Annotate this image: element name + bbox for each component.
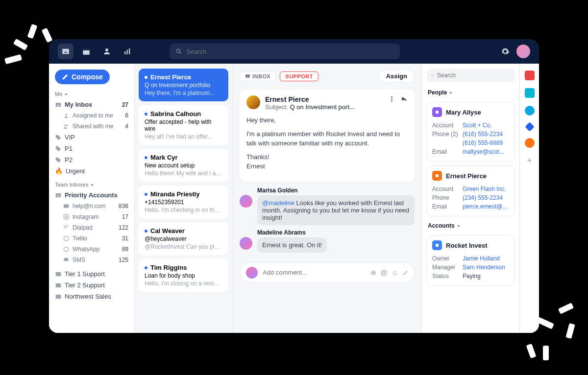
detail-value[interactable]: (234) 555-2234 <box>463 194 509 201</box>
composer-input[interactable] <box>263 269 366 276</box>
nav-contacts-icon[interactable] <box>99 44 115 59</box>
comment-item: Marisa Golden @madeline Looks like you w… <box>240 187 415 225</box>
rail-contacts-icon[interactable] <box>525 88 535 98</box>
detail-value[interactable]: Jamie Holland <box>463 255 509 262</box>
detail-value[interactable]: Sam Henderson <box>463 264 509 271</box>
detail-row: (616) 555-8989 <box>432 139 509 147</box>
team-whatsapp[interactable]: WhatsApp89 <box>49 244 134 255</box>
rail-hubspot-icon[interactable] <box>525 138 535 148</box>
sidebar-assigned[interactable]: Assigned to me6 <box>49 110 134 121</box>
settings-icon[interactable] <box>501 47 510 56</box>
thread-item[interactable]: Miranda Priestly +14152359201 Hello, I'm… <box>139 186 228 218</box>
svg-rect-21 <box>64 258 68 261</box>
panel-search[interactable] <box>427 69 514 82</box>
card-type-icon <box>432 171 442 181</box>
thread-item[interactable]: Cal Weaver @heycalweaver @RocketInvest C… <box>139 222 228 255</box>
sidebar-tag-p1[interactable]: P1 <box>49 143 134 154</box>
sidebar-my-inbox[interactable]: My Inbox27 <box>49 99 134 110</box>
comment-avatar <box>240 195 252 208</box>
detail-card[interactable]: Ernest PierceAccountGreen Flash Inc.Phon… <box>427 165 514 216</box>
team-help[interactable]: help@ri.com836 <box>49 201 134 211</box>
detail-value[interactable]: Green Flash Inc. <box>463 186 509 192</box>
search-icon <box>175 48 182 55</box>
thread-from: Miranda Priestly <box>150 190 199 198</box>
global-search[interactable] <box>170 44 400 59</box>
people-icon <box>63 123 70 130</box>
detail-row: ManagerSam Henderson <box>432 263 509 272</box>
reply-icon[interactable] <box>400 95 408 103</box>
detail-value[interactable]: (616) 555-2234 <box>463 131 509 138</box>
rail-add-icon[interactable]: + <box>527 156 532 166</box>
sidebar-urgent[interactable]: 🔥Urgent <box>49 165 134 177</box>
thread-item[interactable]: Sabrina Calhoun Offer accepted - help wi… <box>139 105 228 145</box>
emoji-icon[interactable]: ☺ <box>392 269 398 277</box>
section-team[interactable]: Team Inboxes <box>49 180 134 189</box>
dialpad-icon <box>63 224 70 231</box>
add-icon[interactable]: ⊕ <box>370 269 376 277</box>
message-from: Ernest Pierce <box>265 95 383 103</box>
convo-header: INBOX SUPPORT Assign <box>233 64 421 87</box>
card-type-icon <box>432 240 442 250</box>
assign-button[interactable]: Assign <box>379 70 415 83</box>
section-me[interactable]: Me <box>49 89 134 99</box>
detail-value[interactable]: pierce.ernest@gr... <box>463 203 509 210</box>
rail-calendar-icon[interactable] <box>525 70 535 80</box>
team-dialpad[interactable]: Dialpad122 <box>49 222 134 233</box>
thread-item[interactable]: Mark Cyr New account setup Hello there! … <box>139 149 228 182</box>
expand-icon[interactable]: ⤢ <box>402 269 408 277</box>
more-icon[interactable] <box>388 95 395 103</box>
sidebar-tier2[interactable]: Tier 2 Support <box>49 280 134 291</box>
detail-card[interactable]: Mary AllyseAccountScott + Co.Phone (2)(6… <box>427 102 514 162</box>
compose-button[interactable]: Compose <box>55 70 110 84</box>
sidebar-tag-vip[interactable]: VIP <box>49 132 134 143</box>
sidebar-northwest[interactable]: Northwest Sales <box>49 291 134 302</box>
sidebar-priority[interactable]: Priority Accounts <box>49 189 134 201</box>
app-window: Compose Me My Inbox27 Assigned to me6 Sh… <box>49 39 539 333</box>
svg-rect-12 <box>64 214 68 219</box>
accounts-section[interactable]: Accounts <box>422 220 519 231</box>
svg-point-19 <box>64 236 68 240</box>
thread-list: Ernest Pierce Q on Investment portfolio … <box>135 64 233 333</box>
svg-point-8 <box>65 114 67 116</box>
thread-item[interactable]: Ernest Pierce Q on Investment portfolio … <box>139 69 228 101</box>
sidebar-shared[interactable]: Shared with me4 <box>49 121 134 132</box>
comments: Marisa Golden @madeline Looks like you w… <box>233 184 421 259</box>
thread-preview: @RocketInvest Can you pleas... <box>145 243 222 250</box>
user-avatar[interactable] <box>516 45 530 58</box>
sidebar-tier1[interactable]: Tier 1 Support <box>49 268 134 280</box>
rail-salesforce-icon[interactable] <box>525 106 535 116</box>
nav-calendar-icon[interactable] <box>78 44 94 59</box>
svg-point-25 <box>431 74 433 76</box>
tag-icon <box>55 145 62 152</box>
detail-value[interactable]: (616) 555-8989 <box>463 140 509 146</box>
inbox-icon <box>55 293 62 300</box>
tag-icon <box>55 157 62 164</box>
fire-icon: 🔥 <box>55 167 63 175</box>
comment-composer[interactable]: ⊕ @ ☺ ⤢ <box>240 262 415 283</box>
svg-rect-29 <box>436 244 439 247</box>
detail-value[interactable]: mallyse@scot... <box>463 148 509 155</box>
nav-analytics-icon[interactable] <box>120 44 135 59</box>
global-search-input[interactable] <box>186 48 394 55</box>
sidebar-tag-p2[interactable]: P2 <box>49 154 134 165</box>
caret-up-icon <box>449 91 453 94</box>
panel-search-input[interactable] <box>437 72 511 79</box>
people-section[interactable]: People <box>422 87 519 98</box>
team-sms[interactable]: SMS125 <box>49 255 134 265</box>
detail-value[interactable]: Scott + Co. <box>463 122 509 129</box>
card-title: Ernest Pierce <box>446 172 487 180</box>
detail-row: Phone(234) 555-2234 <box>432 193 509 202</box>
svg-point-22 <box>391 96 392 98</box>
team-twilio[interactable]: Twilio31 <box>49 233 134 244</box>
thread-subject: Loan for body shop <box>145 272 222 279</box>
svg-rect-3 <box>124 51 125 54</box>
nav-inbox-icon[interactable] <box>58 44 74 59</box>
detail-card[interactable]: Rocket InvestOwnerJamie HollandManagerSa… <box>427 235 514 286</box>
inbox-pill[interactable]: INBOX <box>240 71 276 81</box>
rail-jira-icon[interactable] <box>525 122 535 132</box>
mention-icon[interactable]: @ <box>380 269 387 277</box>
support-pill[interactable]: SUPPORT <box>280 71 318 81</box>
team-instagram[interactable]: Instagram17 <box>49 211 134 222</box>
thread-item[interactable]: Tim Riggins Loan for body shop Hello, I'… <box>139 259 228 292</box>
mention[interactable]: @madeline <box>262 199 294 207</box>
